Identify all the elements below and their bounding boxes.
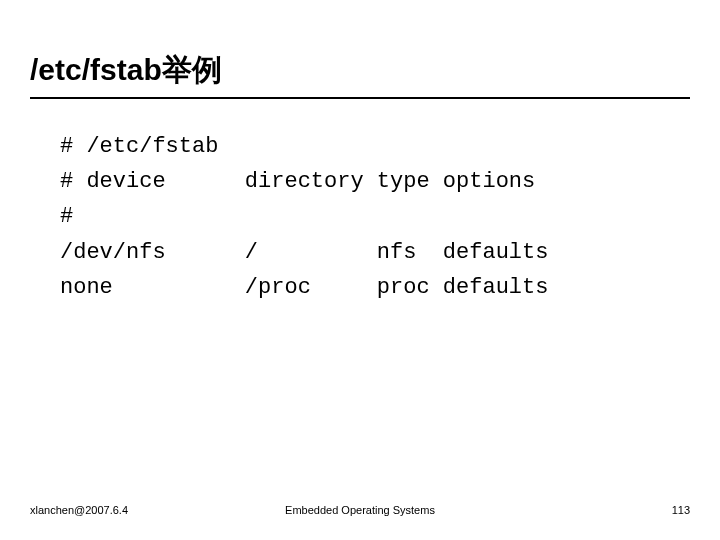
footer-title: Embedded Operating Systems [285,504,435,516]
footer-author: xlanchen@2007.6.4 [30,504,128,516]
code-line-1: # /etc/fstab [60,134,218,159]
footer-page-number: 113 [672,504,690,516]
code-line-5: none /proc proc defaults [60,275,548,300]
slide-container: /etc/fstab举例 # /etc/fstab # device direc… [0,0,720,540]
code-line-2: # device directory type options [60,169,535,194]
code-block: # /etc/fstab # device directory type opt… [30,129,690,305]
code-line-3: # [60,204,73,229]
slide-title: /etc/fstab举例 [30,50,690,99]
code-line-4: /dev/nfs / nfs defaults [60,240,548,265]
slide-footer: xlanchen@2007.6.4 Embedded Operating Sys… [30,504,690,516]
